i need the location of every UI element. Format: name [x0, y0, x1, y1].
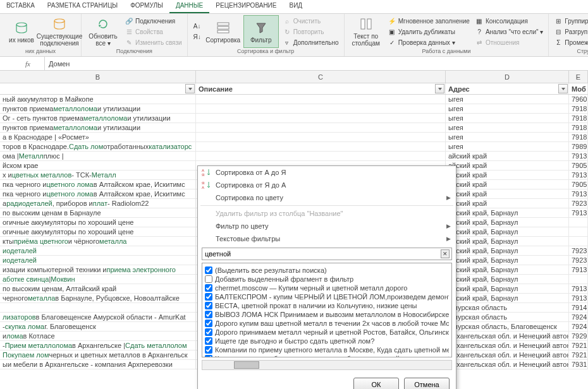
cell[interactable]: и лома в Котласе — [0, 332, 196, 340]
consolidate-button[interactable]: ▦Консолидация — [474, 16, 544, 26]
cell[interactable]: пка черного и цветного лома в Алтайском … — [0, 189, 196, 198]
filter-dropdown-btn-c[interactable] — [435, 84, 444, 93]
cell[interactable]: йском крае — [0, 161, 196, 170]
existing-connections-button[interactable]: Существующие подключения — [42, 15, 77, 48]
table-row[interactable]: торов в Краснодаре. Сдать лом отработанн… — [0, 142, 588, 152]
cell[interactable]: а в Краснодаре | «Росмет» — [0, 133, 196, 141]
ribbon-tab-данные[interactable]: ДАННЫЕ — [169, 0, 209, 13]
cell[interactable]: Архангельская обл. и Ненецкий автоно — [446, 350, 569, 359]
cell[interactable]: Архангельская обл. и Ненецкий автоно — [446, 360, 569, 369]
filter-item[interactable]: Дорого купим ваш цветной металл в течени… — [205, 319, 449, 328]
cell[interactable]: 7913 — [569, 284, 588, 293]
cell[interactable]: 7918 — [569, 104, 588, 113]
col-header-b[interactable]: B — [0, 71, 196, 83]
cell[interactable]: 7918 — [569, 133, 588, 141]
ungroup-button[interactable]: ⊟Разгруппировать ▾ — [553, 27, 588, 37]
col-header-d[interactable]: D — [446, 71, 569, 83]
cell[interactable]: аботке свинца | Моквин — [0, 275, 196, 284]
cell[interactable]: 7929 — [569, 332, 588, 340]
connections-button[interactable]: 🔗Подключения — [123, 16, 183, 26]
cell[interactable]: ыи мебели в Архангельске - компания Архп… — [0, 360, 196, 369]
cell[interactable]: Архангельская обл. и Ненецкий автоно — [446, 332, 569, 340]
table-row[interactable]: ный аккумулятор в Майкопеыгея7960 — [0, 95, 588, 104]
cell[interactable]: пунктов приема металлолома и утилизации — [0, 104, 196, 113]
filter-item[interactable]: Дорого принимаем металл черный и цветной… — [205, 328, 449, 337]
cell[interactable]: 7960 — [569, 95, 588, 104]
ok-button[interactable]: ОК — [353, 378, 399, 389]
filter-search-input[interactable] — [202, 248, 452, 260]
cell[interactable]: ный аккумулятор в Майкопе — [0, 95, 196, 104]
filter-button[interactable]: Фильтр — [243, 15, 279, 48]
cell[interactable]: айский край — [446, 152, 569, 160]
cell[interactable]: лизаторов в Благовещенске Амурской облас… — [0, 313, 196, 321]
cell[interactable]: Архангельская обл. и Ненецкий автоно — [446, 341, 569, 350]
table-row[interactable]: а в Краснодаре | «Росмет»ыгея7918 — [0, 133, 588, 142]
cell[interactable]: 7905 — [569, 180, 588, 189]
cell[interactable]: айский край — [446, 161, 569, 170]
cell[interactable]: 7923 — [569, 256, 588, 265]
cell[interactable]: айский край, Барнаул — [446, 275, 569, 284]
clear-filter-button[interactable]: ⌕Очистить — [281, 16, 340, 26]
cell[interactable] — [569, 227, 588, 236]
properties-button[interactable]: ☰Свойства — [123, 27, 183, 37]
cell[interactable]: 7923 — [569, 246, 588, 255]
ribbon-tab-вставка[interactable]: ВСТАВКА — [0, 0, 41, 13]
fx-icon[interactable]: fx — [25, 60, 30, 68]
cell[interactable]: иодеталей — [0, 256, 196, 265]
cell[interactable]: 7913 — [569, 294, 588, 302]
cell[interactable]: по высоким ценам, Алтайский край — [0, 284, 196, 293]
filter-checklist[interactable]: (Выделить все результаты поиска) Добавит… — [202, 263, 452, 357]
filter-dropdown-btn-d[interactable] — [558, 84, 568, 93]
filter-item[interactable]: Компании по приему цветного металла в Мо… — [205, 345, 449, 354]
filter-item[interactable]: ВЕСТА, цветной прокат в наличии из Кольч… — [205, 301, 449, 310]
subtotal-button[interactable]: ΣПромежуточный итог — [553, 37, 588, 47]
cell[interactable]: х и цветных металлов - ТСК-Металл — [0, 171, 196, 179]
table-row[interactable]: ома | Металл плюс |айский край7913 — [0, 152, 588, 161]
data-validation-button[interactable]: ✓Проверка данных ▾ — [386, 37, 471, 47]
cell[interactable]: торов в Краснодаре. Сдать лом отработанн… — [0, 142, 196, 151]
ribbon-tab-вид[interactable]: ВИД — [283, 0, 309, 13]
cell[interactable]: ыгея — [446, 123, 569, 132]
cell[interactable]: ома | Металл плюс | — [0, 152, 196, 160]
cell[interactable]: изации компьютерной техники и приема эле… — [0, 265, 196, 274]
filter-by-color-item[interactable]: Фильтр по цвету▶ — [198, 220, 456, 232]
cell[interactable]: айский край, Барнаул — [446, 246, 569, 255]
cell[interactable] — [0, 303, 196, 312]
cell[interactable] — [196, 104, 446, 113]
cell[interactable]: ыгея — [446, 104, 569, 113]
cell[interactable]: ыгея — [446, 142, 569, 151]
text-to-columns-button[interactable]: Текст по столбцам — [348, 15, 384, 48]
cell[interactable]: ыгея — [446, 114, 569, 123]
group-button[interactable]: ⊞Группировать ▾ — [553, 16, 588, 26]
cell[interactable]: ыгея — [446, 133, 569, 141]
col-header-e[interactable]: Е — [569, 71, 588, 83]
cell[interactable]: а радиодеталей, приборов и плат - Radiol… — [0, 199, 196, 208]
sort-az-item[interactable]: АЯ Сортировка от А до Я — [198, 166, 456, 179]
cell[interactable]: 7921 — [569, 350, 588, 359]
cell[interactable] — [569, 275, 588, 284]
filter-item[interactable]: Ищете где выгодно и быстро сдать цветной… — [205, 337, 449, 345]
table-row[interactable]: пунктов приема металлолома и утилизацииы… — [0, 123, 588, 133]
cell[interactable]: айский край — [446, 189, 569, 198]
cell[interactable]: Ог - сеть пунктов приема металлолома и у… — [0, 114, 196, 123]
cell[interactable]: по высоким ценам в Барнауле — [0, 208, 196, 217]
cell[interactable]: айский край, Барнаул — [446, 237, 569, 246]
refresh-all-button[interactable]: Обновить все ▾ — [85, 15, 121, 48]
cell[interactable]: айский край — [446, 199, 569, 208]
ribbon-tab-формулы[interactable]: ФОРМУЛЫ — [124, 0, 169, 13]
sort-za-button[interactable]: Я↓ — [192, 32, 203, 42]
cell[interactable]: 7913 — [569, 208, 588, 217]
cell[interactable]: Амурская область — [446, 303, 569, 312]
filter-h-scrollbar[interactable] — [202, 360, 452, 370]
cell[interactable]: айский край, Барнаул — [446, 265, 569, 274]
cell[interactable] — [196, 95, 446, 104]
reapply-button[interactable]: ↻Повторить — [281, 27, 340, 37]
cell[interactable]: 7923 — [569, 199, 588, 208]
cell[interactable] — [196, 152, 446, 160]
sort-by-color-item[interactable]: Сортировка по цвету▶ — [198, 191, 456, 204]
cell[interactable]: 7931 — [569, 360, 588, 369]
cell[interactable] — [196, 123, 446, 132]
cell[interactable]: 7918 — [569, 114, 588, 123]
cell[interactable]: 7989 — [569, 142, 588, 151]
filter-item[interactable]: chermet.moscow — Купим черный и цветной … — [205, 284, 449, 292]
